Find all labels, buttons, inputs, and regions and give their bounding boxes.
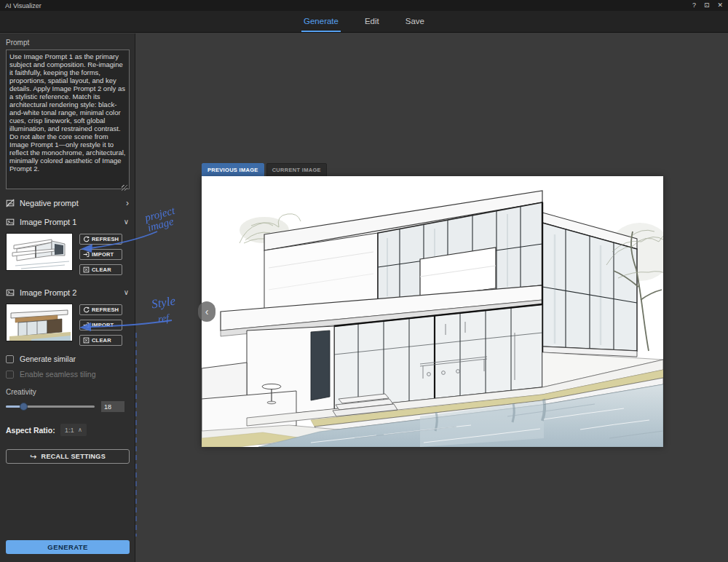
- recall-settings-label: RECALL SETTINGS: [41, 453, 106, 460]
- seamless-tiling-label: Enable seamless tiling: [20, 370, 95, 379]
- app-title: AI Visualizer: [5, 2, 41, 9]
- caret-up-icon: ∧: [78, 427, 82, 433]
- tab-edit[interactable]: Edit: [363, 11, 381, 32]
- refresh-label: REFRESH: [92, 236, 119, 242]
- titlebar: AI Visualizer ? ⊡ ✕: [0, 0, 728, 11]
- refresh-icon: [83, 306, 90, 313]
- import-icon: [83, 322, 90, 328]
- image-prompt-2-content: REFRESH IMPORT CLEAR: [6, 304, 129, 346]
- clear-label: CLEAR: [92, 266, 111, 273]
- clear-icon: [83, 266, 90, 273]
- image-prompt-2-thumbnail[interactable]: [6, 304, 73, 341]
- image-prompt-1-thumbnail[interactable]: [6, 233, 73, 271]
- generate-button[interactable]: GENERATE: [6, 540, 130, 554]
- canvas-area: PREVIOUS IMAGE CURRENT IMAGE: [136, 33, 728, 562]
- aspect-ratio-dropdown[interactable]: 1:1 ∧: [60, 424, 87, 436]
- previous-image-tab[interactable]: PREVIOUS IMAGE: [202, 163, 264, 177]
- prompt-wrap: Use Image Prompt 1 as the primary subjec…: [6, 50, 129, 192]
- image-prompt-2-section[interactable]: Image Prompt 2 ∨: [6, 284, 129, 301]
- image-prompt-1-buttons: REFRESH IMPORT CLEAR: [79, 233, 122, 275]
- thumbnail-1-sketch: [7, 234, 73, 271]
- pin-icon[interactable]: ⊡: [704, 2, 710, 9]
- prompt-textarea[interactable]: Use Image Prompt 1 as the primary subjec…: [6, 50, 130, 189]
- import-icon: [83, 251, 90, 258]
- chevron-down-icon: ∨: [124, 289, 129, 296]
- thumbnail-2-render: [7, 304, 73, 341]
- no-image-icon: [6, 199, 15, 207]
- image-icon: [6, 288, 15, 297]
- image-icon: [6, 218, 15, 226]
- refresh-icon: [83, 236, 90, 242]
- image-prompt-2-buttons: REFRESH IMPORT CLEAR: [79, 304, 122, 346]
- image-preview[interactable]: ‹: [202, 176, 663, 447]
- clear-button-2[interactable]: CLEAR: [79, 335, 122, 346]
- tab-save[interactable]: Save: [403, 11, 427, 32]
- image-prompt-1-label: Image Prompt 1: [20, 218, 76, 226]
- aspect-ratio-row: Aspect Ratio: 1:1 ∧: [6, 424, 129, 436]
- prompt-label: Prompt: [6, 39, 129, 47]
- close-icon[interactable]: ✕: [717, 2, 723, 9]
- negative-prompt-label: Negative prompt: [20, 199, 79, 207]
- aspect-ratio-label: Aspect Ratio:: [6, 426, 55, 435]
- refresh-button-1[interactable]: REFRESH: [79, 234, 122, 245]
- creativity-row: 18: [6, 401, 129, 412]
- previous-image-arrow-button[interactable]: ‹: [198, 301, 215, 322]
- creativity-label: Creativity: [6, 388, 129, 396]
- import-button-2[interactable]: IMPORT: [79, 320, 122, 331]
- import-button-1[interactable]: IMPORT: [79, 249, 122, 260]
- house-rendering: [202, 176, 663, 447]
- settings-sidebar: Prompt Use Image Prompt 1 as the primary…: [0, 33, 135, 562]
- image-prompt-1-content: REFRESH IMPORT CLEAR: [6, 233, 129, 275]
- clear-icon: [83, 337, 90, 344]
- recall-settings-button[interactable]: ↪ RECALL SETTINGS: [6, 449, 130, 464]
- clear-button-1[interactable]: CLEAR: [79, 264, 122, 275]
- import-label: IMPORT: [92, 322, 114, 328]
- slider-thumb[interactable]: [20, 403, 28, 411]
- tab-generate[interactable]: Generate: [301, 11, 341, 32]
- generate-similar-row: Generate similar: [6, 355, 129, 363]
- refresh-button-2[interactable]: REFRESH: [79, 304, 122, 315]
- negative-prompt-section[interactable]: Negative prompt ›: [6, 194, 129, 211]
- seamless-tiling-row: Enable seamless tiling: [6, 370, 129, 379]
- creativity-slider[interactable]: [6, 405, 95, 408]
- current-image-tab[interactable]: CURRENT IMAGE: [266, 163, 327, 177]
- generate-similar-label: Generate similar: [20, 355, 76, 363]
- import-label: IMPORT: [92, 251, 114, 258]
- image-prompt-2-label: Image Prompt 2: [20, 288, 76, 297]
- image-version-tabs: PREVIOUS IMAGE CURRENT IMAGE: [202, 163, 327, 177]
- generate-similar-checkbox[interactable]: [6, 355, 14, 363]
- refresh-label: REFRESH: [92, 306, 119, 313]
- chevron-right-icon: ›: [126, 199, 129, 207]
- main-tabbar: Generate Edit Save: [0, 11, 728, 33]
- resize-grip[interactable]: [122, 185, 127, 191]
- window-controls: ? ⊡ ✕: [692, 2, 723, 9]
- clear-label: CLEAR: [92, 337, 111, 344]
- image-prompt-1-section[interactable]: Image Prompt 1 ∨: [6, 213, 129, 230]
- seamless-tiling-checkbox[interactable]: [6, 371, 14, 379]
- chevron-left-icon: ‹: [205, 306, 209, 317]
- recall-arrow-icon: ↪: [30, 452, 37, 462]
- aspect-ratio-value: 1:1: [65, 426, 74, 434]
- help-icon[interactable]: ?: [692, 2, 696, 9]
- chevron-down-icon: ∨: [124, 218, 129, 226]
- creativity-value-field[interactable]: 18: [101, 401, 124, 412]
